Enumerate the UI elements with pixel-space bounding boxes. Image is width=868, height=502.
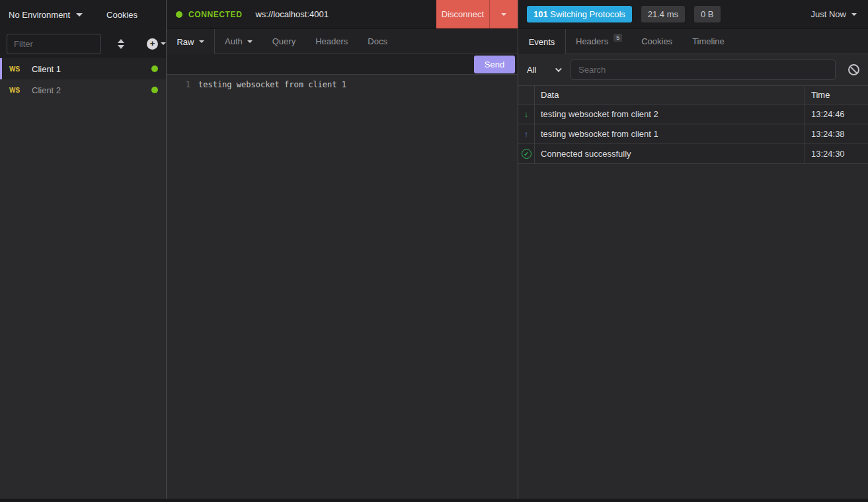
filter-row: + (0, 29, 166, 58)
tab-auth[interactable]: Auth (215, 29, 262, 54)
response-panel: 101 Switching Protocols 21.4 ms 0 B Just… (518, 0, 868, 499)
tab-response-headers-label: Headers (576, 36, 608, 46)
connected-dot-icon (176, 11, 182, 18)
environment-selector[interactable]: No Environment (9, 10, 83, 20)
request-list: WS Client 1 WS Client 2 (0, 58, 166, 499)
status-badge: 101 Switching Protocols (527, 6, 632, 22)
event-time: 13:24:46 (805, 105, 868, 124)
environment-row: No Environment Cookies (0, 0, 166, 29)
status-code: 101 (533, 9, 548, 19)
response-header: 101 Switching Protocols 21.4 ms 0 B Just… (518, 0, 868, 29)
chevron-down-icon (555, 65, 562, 72)
event-data: testing websocket from client 1 (535, 124, 805, 144)
events-table-header: Data Time (518, 85, 868, 105)
connection-status: CONNECTED (188, 10, 242, 19)
tab-auth-label: Auth (225, 36, 243, 46)
event-data: testing websocket from client 2 (535, 105, 805, 124)
cookies-button[interactable]: Cookies (106, 10, 138, 20)
tab-timeline-label: Timeline (692, 36, 725, 46)
event-type-select[interactable]: All (527, 65, 560, 75)
icon-column-header (518, 86, 535, 104)
tab-events-label: Events (529, 37, 555, 47)
message-editor[interactable]: 1 testing websocket from client 1 (167, 75, 518, 499)
tab-response-cookies-label: Cookies (641, 36, 672, 46)
chevron-down-icon (501, 13, 506, 16)
disconnect-button[interactable]: Disconnect (436, 0, 489, 28)
plus-circle-icon: + (147, 38, 158, 50)
sort-up-icon (118, 39, 124, 43)
chevron-down-icon (851, 13, 857, 16)
url-bar[interactable]: ws://localhost:4001 (255, 9, 329, 19)
event-time: 13:24:30 (805, 144, 868, 163)
tab-response-headers[interactable]: Headers5 (566, 29, 631, 54)
ws-method-badge: WS (9, 65, 32, 73)
arrow-down-icon: ↓ (518, 105, 535, 124)
check-circle-icon: ✓ (518, 144, 535, 163)
event-row-sent[interactable]: ↑ testing websocket from client 1 13:24:… (518, 124, 868, 144)
sort-icon[interactable] (115, 36, 127, 52)
time-ago-label: Just Now (811, 9, 846, 19)
size-badge: 0 B (694, 6, 721, 22)
sort-down-icon (118, 45, 124, 49)
environment-label: No Environment (9, 10, 70, 20)
send-button[interactable]: Send (474, 56, 515, 73)
event-row-connected[interactable]: ✓ Connected successfully 13:24:30 (518, 144, 868, 164)
connected-dot-icon (151, 87, 158, 93)
response-tab-bar: Events Headers5 Cookies Timeline (518, 29, 868, 54)
tab-docs[interactable]: Docs (358, 29, 397, 54)
response-tabs: Headers5 Cookies Timeline (566, 29, 868, 54)
ws-method-badge: WS (9, 87, 32, 94)
tab-raw[interactable]: Raw (167, 29, 215, 54)
filter-input[interactable] (7, 34, 101, 54)
sidebar-item-client-2[interactable]: WS Client 2 (0, 79, 166, 101)
bottom-edge (0, 499, 868, 502)
disconnect-options-button[interactable] (489, 0, 518, 28)
event-time: 13:24:38 (805, 124, 868, 144)
connected-dot-icon (151, 65, 158, 72)
app-window: No Environment Cookies + WS Cl (0, 0, 868, 499)
event-row-received[interactable]: ↓ testing websocket from client 2 13:24:… (518, 105, 868, 124)
history-dropdown[interactable]: Just Now (811, 9, 859, 19)
request-tabs: Auth Query Headers Docs (215, 29, 518, 54)
tab-response-cookies[interactable]: Cookies (631, 29, 682, 54)
headers-count-badge: 5 (613, 34, 622, 42)
time-column-header: Time (805, 86, 868, 104)
request-panel: CONNECTED ws://localhost:4001 Disconnect… (167, 0, 518, 499)
tab-headers[interactable]: Headers (305, 29, 358, 54)
chevron-down-icon (161, 42, 166, 45)
data-column-header: Data (535, 86, 805, 104)
tab-timeline[interactable]: Timeline (682, 29, 734, 54)
tab-events[interactable]: Events (518, 29, 566, 54)
tab-query-label: Query (272, 36, 296, 46)
events-table: Data Time ↓ testing websocket from clien… (518, 85, 868, 164)
status-text: Switching Protocols (550, 9, 625, 19)
tab-docs-label: Docs (368, 36, 387, 46)
chevron-down-icon (247, 40, 253, 43)
line-number: 1 (167, 80, 198, 499)
disconnect-button-group: Disconnect (436, 0, 518, 28)
sidebar-header: No Environment Cookies + (0, 0, 166, 58)
client-name: Client 2 (32, 85, 61, 95)
send-row: Send (167, 54, 518, 75)
event-data: Connected successfully (535, 144, 805, 163)
sidebar-item-client-1[interactable]: WS Client 1 (0, 58, 166, 79)
chevron-down-icon (76, 13, 83, 17)
client-name: Client 1 (32, 64, 61, 74)
event-type-selected: All (527, 65, 536, 75)
event-search-input[interactable] (571, 60, 836, 80)
connection-header: CONNECTED ws://localhost:4001 Disconnect (167, 0, 518, 29)
event-filter-row: All (518, 54, 868, 85)
tab-query[interactable]: Query (262, 29, 305, 54)
clear-events-icon[interactable] (848, 64, 859, 75)
add-request-button[interactable]: + (147, 38, 166, 50)
sidebar: No Environment Cookies + WS Cl (0, 0, 167, 499)
tab-headers-label: Headers (315, 36, 348, 46)
tab-raw-label: Raw (177, 37, 194, 47)
arrow-up-icon: ↑ (518, 124, 535, 144)
duration-badge: 21.4 ms (641, 6, 685, 22)
chevron-down-icon (199, 40, 204, 43)
editor-text: testing websocket from client 1 (198, 80, 346, 499)
request-tab-bar: Raw Auth Query Headers Docs (167, 29, 518, 54)
